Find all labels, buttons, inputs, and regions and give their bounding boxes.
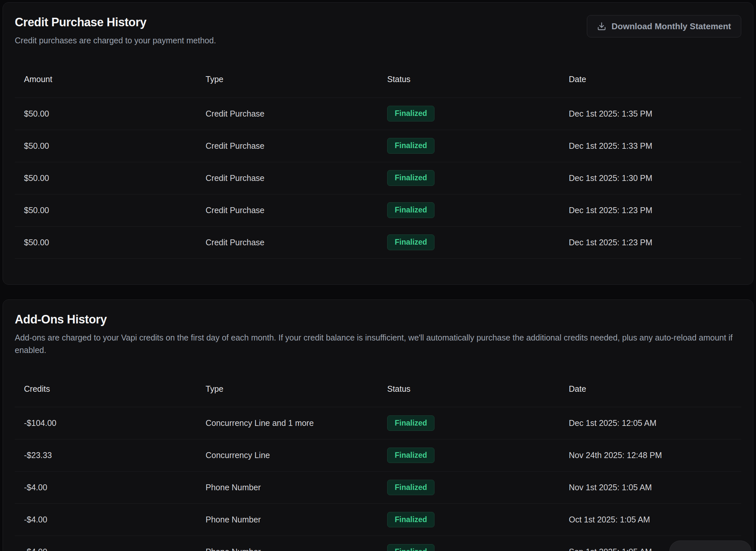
amount-cell: $50.00 [15, 194, 196, 226]
date-cell: Nov 24th 2025: 12:48 PM [560, 439, 741, 472]
credit-purchase-table: Amount Type Status Date $50.00 Credit Pu… [15, 61, 741, 259]
status-badge: Finalized [387, 234, 435, 250]
credits-cell: -$4.00 [15, 472, 196, 504]
column-header-date: Date [560, 371, 741, 407]
download-monthly-statement-label: Download Monthly Statement [612, 21, 731, 32]
status-badge: Finalized [387, 544, 435, 551]
credit-purchase-header-text: Credit Purchase History Credit purchases… [15, 15, 216, 47]
date-cell: Dec 1st 2025: 1:23 PM [560, 226, 741, 258]
type-cell: Credit Purchase [196, 97, 378, 130]
date-cell: Dec 1st 2025: 1:30 PM [560, 162, 741, 194]
column-header-amount: Amount [15, 61, 196, 97]
addons-row: -$104.00 Concurrency Line and 1 more Fin… [15, 407, 741, 439]
status-cell: Finalized [378, 194, 560, 226]
type-cell: Credit Purchase [196, 226, 378, 258]
addons-history-title: Add-Ons History [15, 312, 741, 327]
status-badge: Finalized [387, 138, 435, 154]
credits-cell: -$23.33 [15, 439, 196, 472]
bottom-right-widget[interactable] [669, 540, 751, 551]
status-cell: Finalized [378, 162, 560, 194]
status-cell: Finalized [378, 97, 560, 130]
addons-row: -$4.00 Phone Number Finalized Oct 1st 20… [15, 504, 741, 536]
amount-cell: $50.00 [15, 130, 196, 162]
status-cell: Finalized [378, 130, 560, 162]
amount-cell: $50.00 [15, 226, 196, 258]
status-cell: Finalized [378, 407, 560, 439]
download-monthly-statement-button[interactable]: Download Monthly Statement [587, 15, 741, 37]
credit-purchase-row: $50.00 Credit Purchase Finalized Dec 1st… [15, 130, 741, 162]
type-cell: Phone Number [196, 504, 378, 536]
status-cell: Finalized [378, 536, 560, 551]
addons-header-text: Add-Ons History Add-ons are charged to y… [15, 312, 741, 356]
column-header-status: Status [378, 371, 560, 407]
date-cell: Dec 1st 2025: 1:33 PM [560, 130, 741, 162]
credits-cell: -$104.00 [15, 407, 196, 439]
type-cell: Concurrency Line [196, 439, 378, 472]
addons-history-subtitle: Add-ons are charged to your Vapi credits… [15, 331, 741, 356]
type-cell: Credit Purchase [196, 162, 378, 194]
credit-purchase-history-title: Credit Purchase History [15, 15, 216, 30]
billing-history-page: Credit Purchase History Credit purchases… [0, 0, 756, 551]
type-cell: Credit Purchase [196, 130, 378, 162]
addons-history-card: Add-Ons History Add-ons are charged to y… [3, 300, 753, 551]
column-header-type: Type [196, 61, 378, 97]
credit-purchase-row: $50.00 Credit Purchase Finalized Dec 1st… [15, 194, 741, 226]
column-header-date: Date [560, 61, 741, 97]
status-badge: Finalized [387, 448, 435, 463]
status-badge: Finalized [387, 512, 435, 528]
status-cell: Finalized [378, 472, 560, 504]
status-badge: Finalized [387, 480, 435, 496]
type-cell: Credit Purchase [196, 194, 378, 226]
amount-cell: $50.00 [15, 97, 196, 130]
type-cell: Concurrency Line and 1 more [196, 407, 378, 439]
credit-purchase-row: $50.00 Credit Purchase Finalized Dec 1st… [15, 162, 741, 194]
status-badge: Finalized [387, 106, 435, 121]
addons-card-header: Add-Ons History Add-ons are charged to y… [15, 312, 741, 356]
addons-row: -$23.33 Concurrency Line Finalized Nov 2… [15, 439, 741, 472]
status-cell: Finalized [378, 504, 560, 536]
column-header-credits: Credits [15, 371, 196, 407]
addons-row: -$4.00 Phone Number Finalized Nov 1st 20… [15, 472, 741, 504]
credit-purchase-table-header-row: Amount Type Status Date [15, 61, 741, 97]
credits-cell: -$4.00 [15, 536, 196, 551]
status-badge: Finalized [387, 170, 435, 186]
status-cell: Finalized [378, 439, 560, 472]
type-cell: Phone Number [196, 472, 378, 504]
date-cell: Dec 1st 2025: 12:05 AM [560, 407, 741, 439]
credits-cell: -$4.00 [15, 504, 196, 536]
column-header-type: Type [196, 371, 378, 407]
credit-purchase-card-header: Credit Purchase History Credit purchases… [15, 15, 741, 47]
addons-row: -$4.00 Phone Number Finalized Sep 1st 20… [15, 536, 741, 551]
credit-purchase-history-subtitle: Credit purchases are charged to your pay… [15, 34, 216, 47]
download-icon [597, 22, 606, 31]
credit-purchase-row: $50.00 Credit Purchase Finalized Dec 1st… [15, 226, 741, 258]
addons-table: Credits Type Status Date -$104.00 Concur… [15, 371, 741, 551]
date-cell: Dec 1st 2025: 1:23 PM [560, 194, 741, 226]
column-header-status: Status [378, 61, 560, 97]
date-cell: Dec 1st 2025: 1:35 PM [560, 97, 741, 130]
addons-table-header-row: Credits Type Status Date [15, 371, 741, 407]
type-cell: Phone Number [196, 536, 378, 551]
status-cell: Finalized [378, 226, 560, 258]
status-badge: Finalized [387, 415, 435, 431]
credit-purchase-row: $50.00 Credit Purchase Finalized Dec 1st… [15, 97, 741, 130]
date-cell: Nov 1st 2025: 1:05 AM [560, 472, 741, 504]
credit-purchase-history-card: Credit Purchase History Credit purchases… [3, 2, 753, 285]
amount-cell: $50.00 [15, 162, 196, 194]
status-badge: Finalized [387, 202, 435, 218]
date-cell: Oct 1st 2025: 1:05 AM [560, 504, 741, 536]
